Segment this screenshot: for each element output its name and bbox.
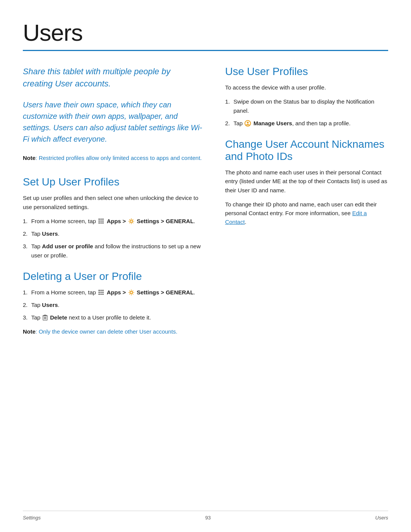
set-up-step-2: 2. Tap Users. <box>23 229 202 238</box>
svg-rect-6 <box>99 222 100 224</box>
svg-point-27 <box>247 121 249 123</box>
use-profiles-steps: 1. Swipe down on the Status bar to displ… <box>225 97 388 128</box>
delete-step-3: 3. Tap Delete next to a User profile to … <box>23 313 202 322</box>
use-step-2: 2. Tap Manage Users, and then tap a prof… <box>225 119 388 128</box>
step-num-1: 1. <box>23 217 28 225</box>
body-italic: Users have their own space, which they c… <box>23 99 202 145</box>
svg-rect-12 <box>102 290 104 291</box>
delete-steps: 1. From a Home screen, tap <box>23 288 202 322</box>
svg-point-19 <box>130 291 132 294</box>
apps-bold: Apps > <box>107 218 126 224</box>
note-owner: Note: Only the device owner can delete o… <box>23 328 202 336</box>
set-up-step-3: 3. Tap Add user or profile and follow th… <box>23 242 202 260</box>
svg-rect-11 <box>100 290 102 291</box>
settings-gear-icon <box>128 218 134 224</box>
footer-left: Settings <box>23 515 41 521</box>
svg-rect-5 <box>102 220 104 222</box>
delete-title: Deleting a User or Profile <box>23 270 202 283</box>
note-label-2: Note <box>23 328 35 335</box>
change-body-2-after: . <box>245 219 246 225</box>
svg-rect-7 <box>100 222 102 224</box>
apps-bold-2: Apps > <box>107 289 126 296</box>
svg-rect-15 <box>102 292 104 293</box>
set-up-title: Set Up User Profiles <box>23 176 202 188</box>
svg-rect-0 <box>99 219 100 220</box>
delete-step-num-3: 3. <box>23 313 28 322</box>
set-up-section: Set Up User Profiles Set up user profile… <box>23 176 202 260</box>
svg-rect-4 <box>100 220 102 222</box>
apps-icon <box>98 218 104 224</box>
delete-bold: Delete <box>50 314 67 321</box>
svg-rect-13 <box>99 292 100 293</box>
svg-point-9 <box>130 220 132 222</box>
page: Users Share this tablet with multiple pe… <box>0 0 411 532</box>
svg-rect-3 <box>99 220 100 222</box>
use-profiles-section: Use User Profiles To access the device w… <box>225 66 388 128</box>
svg-rect-18 <box>102 294 104 295</box>
svg-rect-2 <box>102 219 104 220</box>
step-num-3: 3. <box>23 242 28 251</box>
delete-step-1: 1. From a Home screen, tap <box>23 288 202 297</box>
set-up-steps: 1. From a Home screen, tap <box>23 217 202 260</box>
delete-step-num-2: 2. <box>23 300 28 309</box>
right-column: Use User Profiles To access the device w… <box>225 66 388 347</box>
svg-rect-14 <box>100 292 102 293</box>
change-body-1: The photo and name each user uses in the… <box>225 168 388 195</box>
change-title: Change User Account Nicknames and Photo … <box>225 138 388 163</box>
set-up-step-1: 1. From a Home screen, tap <box>23 217 202 225</box>
manage-users-bold: Manage Users <box>253 120 292 126</box>
footer-page-number: 93 <box>205 515 210 521</box>
svg-rect-10 <box>99 290 100 291</box>
svg-rect-1 <box>100 219 102 220</box>
intro-text: Share this tablet with multiple people b… <box>23 66 202 90</box>
users-bold-1: Users <box>42 230 58 237</box>
title-divider <box>23 50 388 51</box>
settings-bold: Settings > GENERAL <box>137 218 194 224</box>
change-section: Change User Account Nicknames and Photo … <box>225 138 388 227</box>
use-step-num-1: 1. <box>225 97 230 106</box>
svg-rect-16 <box>99 294 100 295</box>
settings-gear-icon-2 <box>128 289 134 296</box>
delete-step-2: 2. Tap Users. <box>23 300 202 309</box>
page-title: Users <box>23 19 388 46</box>
users-bold-2: Users <box>42 302 58 308</box>
left-column: Share this tablet with multiple people b… <box>23 66 202 347</box>
set-up-body: Set up user profiles and then select one… <box>23 193 202 211</box>
delete-section: Deleting a User or Profile 1. From a Hom… <box>23 270 202 336</box>
footer: Settings 93 Users <box>23 511 388 521</box>
apps-icon-2 <box>98 289 104 296</box>
change-body-2: To change their ID photo and name, each … <box>225 200 388 227</box>
svg-rect-17 <box>100 294 102 295</box>
svg-rect-8 <box>102 222 104 224</box>
note-label: Note <box>23 155 35 161</box>
note-owner-text: : Only the device owner can delete other… <box>35 328 177 335</box>
delete-step-num-1: 1. <box>23 288 28 297</box>
trash-icon <box>43 315 48 321</box>
manage-users-icon <box>244 120 251 127</box>
use-step-num-2: 2. <box>225 119 230 128</box>
use-step-1: 1. Swipe down on the Status bar to displ… <box>225 97 388 115</box>
step-num-2: 2. <box>23 229 28 238</box>
note-restricted-text: : Restricted profiles allow only limited… <box>35 155 202 161</box>
main-content: Share this tablet with multiple people b… <box>23 66 388 347</box>
settings-bold-2: Settings > GENERAL <box>137 289 194 296</box>
footer-right: Users <box>375 515 388 521</box>
use-profiles-title: Use User Profiles <box>225 66 388 78</box>
add-user-bold: Add user or profile <box>42 243 93 249</box>
note-restricted: Note: Restricted profiles allow only lim… <box>23 154 202 163</box>
use-profiles-body: To access the device with a user profile… <box>225 83 388 92</box>
